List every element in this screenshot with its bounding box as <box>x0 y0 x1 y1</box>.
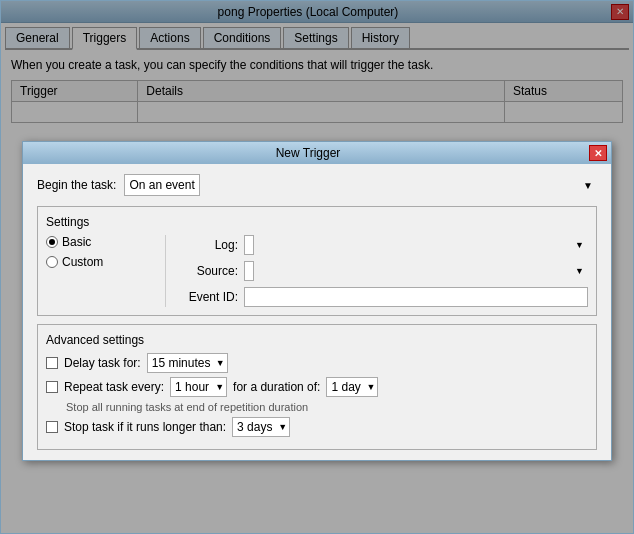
log-select[interactable] <box>244 235 254 255</box>
duration-select-wrap: 1 day <box>326 377 378 397</box>
source-select[interactable] <box>244 261 254 281</box>
stop-task-row: Stop task if it runs longer than: 3 days <box>46 417 588 437</box>
repeat-checkbox[interactable] <box>46 381 58 393</box>
begin-task-select-wrapper: On an event <box>124 174 597 196</box>
delay-select-wrap: 15 minutes <box>147 353 228 373</box>
source-field-row: Source: <box>178 261 588 281</box>
delay-row: Delay task for: 15 minutes <box>46 353 588 373</box>
delay-label: Delay task for: <box>64 356 141 370</box>
dialog-titlebar: New Trigger ✕ <box>23 142 611 164</box>
stop-task-select-wrap: 3 days <box>232 417 290 437</box>
radio-custom[interactable]: Custom <box>46 255 155 269</box>
source-select-wrapper <box>244 261 588 281</box>
eventid-input[interactable] <box>244 287 588 307</box>
repeat-label: Repeat task every: <box>64 380 164 394</box>
repeat-select[interactable]: 1 hour <box>170 377 227 397</box>
radio-basic[interactable]: Basic <box>46 235 155 249</box>
fields-col: Log: Source: <box>166 235 588 307</box>
log-label: Log: <box>178 238 238 252</box>
radio-col: Basic Custom <box>46 235 166 307</box>
dialog-title: New Trigger <box>27 146 589 160</box>
stop-task-select[interactable]: 3 days <box>232 417 290 437</box>
eventid-label: Event ID: <box>178 290 238 304</box>
settings-box: Settings Basic Custom <box>37 206 597 316</box>
stop-task-label: Stop task if it runs longer than: <box>64 420 226 434</box>
dialog-close-button[interactable]: ✕ <box>589 145 607 161</box>
radio-basic-label: Basic <box>62 235 91 249</box>
repeat-row: Repeat task every: 1 hour for a duration… <box>46 377 588 397</box>
log-select-wrapper <box>244 235 588 255</box>
dialog-body: Begin the task: On an event Settings <box>23 164 611 460</box>
begin-label: Begin the task: <box>37 178 116 192</box>
stop-task-checkbox[interactable] <box>46 421 58 433</box>
settings-box-label: Settings <box>46 215 588 229</box>
begin-task-select[interactable]: On an event <box>124 174 200 196</box>
radio-custom-button[interactable] <box>46 256 58 268</box>
repeat-select-wrap: 1 hour <box>170 377 227 397</box>
advanced-section: Advanced settings Delay task for: 15 min… <box>37 324 597 450</box>
eventid-field-row: Event ID: <box>178 287 588 307</box>
new-trigger-dialog: New Trigger ✕ Begin the task: On an even… <box>22 141 612 461</box>
radio-basic-button[interactable] <box>46 236 58 248</box>
duration-label: for a duration of: <box>233 380 320 394</box>
outer-window: pong Properties (Local Computer) ✕ Gener… <box>0 0 634 534</box>
log-field-row: Log: <box>178 235 588 255</box>
begin-row: Begin the task: On an event <box>37 174 597 196</box>
stop-repeat-text: Stop all running tasks at end of repetit… <box>66 401 588 413</box>
duration-select[interactable]: 1 day <box>326 377 378 397</box>
source-label: Source: <box>178 264 238 278</box>
modal-overlay: New Trigger ✕ Begin the task: On an even… <box>1 1 633 533</box>
advanced-label: Advanced settings <box>46 333 588 347</box>
settings-content: Basic Custom Log: <box>46 235 588 307</box>
delay-checkbox[interactable] <box>46 357 58 369</box>
radio-custom-label: Custom <box>62 255 103 269</box>
delay-select[interactable]: 15 minutes <box>147 353 228 373</box>
